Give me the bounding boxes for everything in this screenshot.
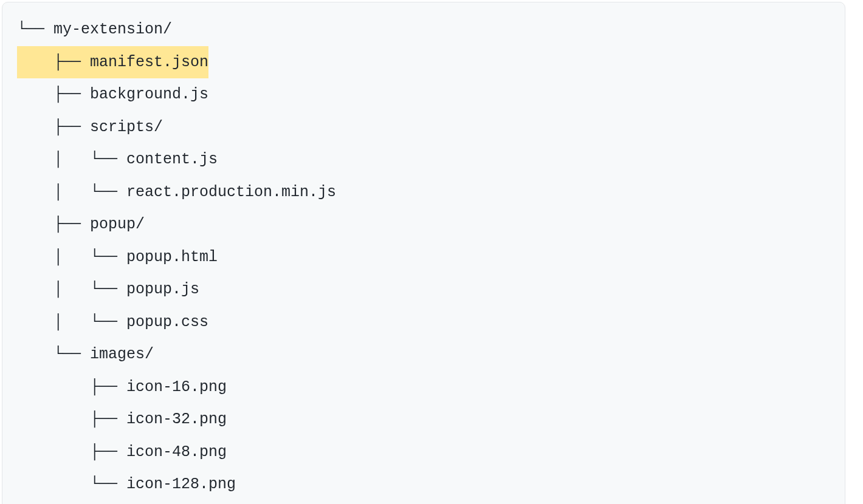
tree-entry-name: images/: [90, 346, 154, 363]
tree-branch: │ └──: [17, 281, 126, 298]
tree-line: └── my-extension/: [2, 13, 845, 46]
tree-entry-name: background.js: [90, 86, 208, 103]
tree-branch: │ └──: [17, 183, 126, 201]
tree-line: │ └── content.js: [2, 143, 845, 176]
tree-branch: ├──: [17, 53, 90, 71]
tree-entry-name: popup.html: [126, 248, 218, 266]
tree-branch: ├──: [17, 378, 126, 396]
tree-line: ├── popup/: [2, 208, 845, 241]
tree-entry-name: icon-48.png: [126, 443, 227, 461]
tree-entry-name: popup.css: [126, 313, 208, 331]
tree-entry-name: manifest.json: [90, 53, 208, 71]
tree-entry-name: react.production.min.js: [126, 183, 336, 201]
tree-line: ├── icon-32.png: [2, 403, 845, 436]
tree-entry-name: icon-16.png: [126, 378, 227, 396]
tree-branch: ├──: [17, 443, 126, 461]
tree-branch: │ └──: [17, 151, 126, 168]
tree-entry-name: popup.js: [126, 281, 199, 298]
tree-line: │ └── popup.js: [2, 273, 845, 306]
tree-lines-container: └── my-extension/ ├── manifest.json ├── …: [2, 13, 845, 501]
tree-branch: ├──: [17, 118, 90, 136]
tree-entry-name: scripts/: [90, 118, 163, 136]
tree-branch: │ └──: [17, 248, 126, 266]
tree-line: ├── icon-16.png: [2, 371, 845, 404]
tree-branch: │ └──: [17, 313, 126, 331]
directory-tree-code-block: └── my-extension/ ├── manifest.json ├── …: [2, 2, 845, 504]
tree-line: ├── icon-48.png: [2, 436, 845, 469]
tree-branch: ├──: [17, 216, 90, 233]
tree-entry-name: content.js: [126, 151, 218, 168]
tree-branch: ├──: [17, 410, 126, 428]
tree-line: │ └── popup.html: [2, 241, 845, 274]
highlighted-entry: ├── manifest.json: [17, 46, 208, 79]
tree-branch: └──: [17, 475, 126, 493]
tree-line: └── images/: [2, 338, 845, 371]
tree-line: │ └── popup.css: [2, 306, 845, 339]
tree-line: ├── background.js: [2, 78, 845, 111]
tree-line: │ └── react.production.min.js: [2, 176, 845, 209]
tree-entry-name: icon-128.png: [126, 475, 236, 493]
tree-branch: └──: [17, 346, 90, 363]
tree-branch: ├──: [17, 86, 90, 103]
tree-line: ├── scripts/: [2, 111, 845, 144]
tree-branch: └──: [17, 21, 53, 38]
tree-line: ├── manifest.json: [2, 46, 845, 79]
tree-line: └── icon-128.png: [2, 468, 845, 501]
tree-entry-name: popup/: [90, 216, 145, 233]
tree-entry-name: my-extension/: [53, 21, 172, 38]
tree-entry-name: icon-32.png: [126, 410, 227, 428]
